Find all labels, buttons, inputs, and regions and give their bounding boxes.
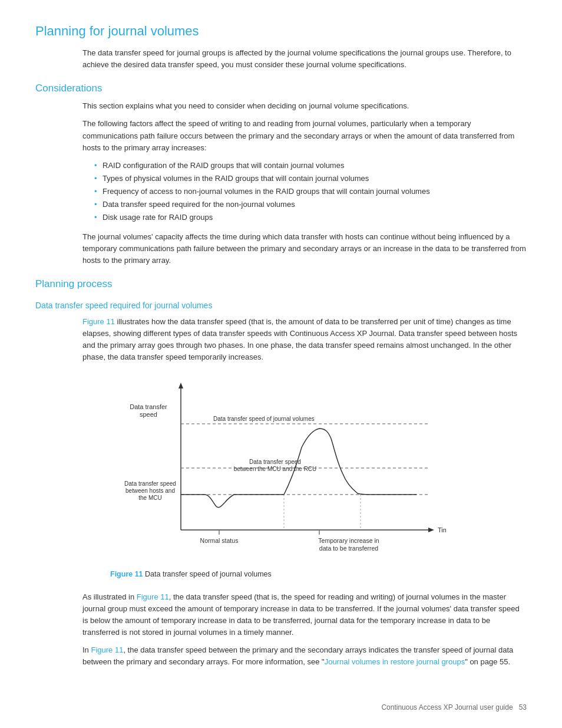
svg-text:Normal status: Normal status xyxy=(200,537,239,544)
considerations-bullets: RAID configuration of the RAID groups th… xyxy=(94,160,527,224)
svg-text:the MCU: the MCU xyxy=(138,495,161,501)
bullet-item: Data transfer speed required for the non… xyxy=(94,199,527,210)
svg-text:between hosts and: between hosts and xyxy=(125,487,175,494)
figure-label: Figure 11 xyxy=(110,570,143,578)
svg-text:Data transfer speed: Data transfer speed xyxy=(124,480,176,487)
figure11-link-1[interactable]: Figure 11 xyxy=(82,317,115,326)
para2-prefix: As illustrated in xyxy=(82,592,137,601)
figure-11-container: Data transfer speed Time Data transfer s… xyxy=(110,377,452,578)
svg-text:data to be transferred: data to be transferred xyxy=(319,545,379,552)
considerations-content: This section explains what you need to c… xyxy=(82,100,527,154)
footer-text: Continuous Access XP Journal user guide xyxy=(381,703,513,711)
svg-text:speed: speed xyxy=(140,411,157,418)
bullet-item: Types of physical volumes in the RAID gr… xyxy=(94,173,527,185)
svg-text:Temporary increase in: Temporary increase in xyxy=(318,537,379,544)
svg-text:Data transfer: Data transfer xyxy=(130,403,167,410)
page-footer: Continuous Access XP Journal user guide … xyxy=(381,703,527,711)
journal-volumes-link[interactable]: Journal volumes in restore journal group… xyxy=(325,657,465,666)
figure11-link-3[interactable]: Figure 11 xyxy=(91,645,123,654)
subsection-content: Figure 11 illustrates how the data trans… xyxy=(82,316,527,364)
subsection-para1-body: illustrates how the data transfer speed … xyxy=(82,317,517,361)
considerations-title: Considerations xyxy=(35,83,527,94)
svg-text:Data transfer speed: Data transfer speed xyxy=(249,459,301,465)
bullet-item: Frequency of access to non-journal volum… xyxy=(94,186,527,197)
considerations-para1: This section explains what you need to c… xyxy=(82,100,527,112)
bullet-item: Disk usage rate for RAID groups xyxy=(94,212,527,223)
para3-suffix: " on page 55. xyxy=(465,657,510,666)
considerations-para3-container: The journal volumes' capacity affects th… xyxy=(82,231,527,266)
svg-text:Data transfer speed of journal: Data transfer speed of journal volumes xyxy=(213,416,315,422)
page-title: Planning for journal volumes xyxy=(35,24,527,39)
bullet-item: RAID configuration of the RAID groups th… xyxy=(94,160,527,172)
subsection-title: Data transfer speed required for journal… xyxy=(35,301,527,310)
intro-text: The data transfer speed for journal grou… xyxy=(82,47,527,71)
svg-marker-3 xyxy=(178,383,183,388)
figure-caption-desc: Data transfer speed of journal volumes xyxy=(145,570,272,578)
para3-prefix: In xyxy=(82,645,91,654)
figure-11-chart: Data transfer speed Time Data transfer s… xyxy=(116,377,446,565)
svg-marker-2 xyxy=(428,528,434,532)
subsection-para3: In Figure 11, the data transfer speed be… xyxy=(82,644,527,668)
figure-caption: Figure 11 Data transfer speed of journal… xyxy=(110,570,452,578)
subsection-para2-container: As illustrated in Figure 11, the data tr… xyxy=(82,591,527,668)
page-container: Planning for journal volumes The data tr… xyxy=(0,0,562,709)
svg-text:between the MCU and the RCU: between the MCU and the RCU xyxy=(234,466,317,472)
page-number: 53 xyxy=(519,703,527,711)
considerations-para3: The journal volumes' capacity affects th… xyxy=(82,231,527,266)
planning-process-title: Planning process xyxy=(35,278,527,290)
considerations-para2: The following factors affect the speed o… xyxy=(82,118,527,153)
figure11-link-2[interactable]: Figure 11 xyxy=(137,592,169,601)
intro-paragraph: The data transfer speed for journal grou… xyxy=(82,47,527,71)
subsection-para1: Figure 11 illustrates how the data trans… xyxy=(82,316,527,364)
svg-text:Time: Time xyxy=(438,526,446,533)
subsection-para2: As illustrated in Figure 11, the data tr… xyxy=(82,591,527,639)
